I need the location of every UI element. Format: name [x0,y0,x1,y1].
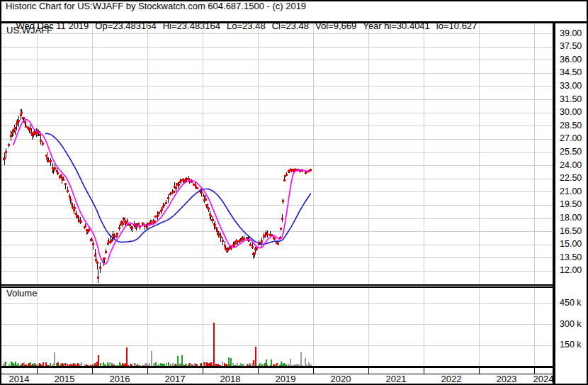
price-axis-label: 37.50 [560,42,582,51]
price-axis-label: 31.50 [560,95,582,104]
price-axis-label: 36.00 [560,55,582,65]
volume-axis-label: 150 k [560,340,582,350]
volume-axis-label: 450 k [560,298,582,308]
price-axis-label: 28.50 [560,121,582,130]
price-axis-label: 21.00 [560,187,582,196]
chart-title: Historic Chart for US:WJAFF by Stockwatc… [6,1,306,11]
price-axis-label: 33.00 [560,82,582,91]
volume-axis-label: 300 k [560,320,582,329]
price-axis-label: 25.50 [560,147,582,157]
price-axis-label: 12.00 [560,266,582,275]
price-axis-label: 34.50 [560,68,582,77]
price-axis-label: 39.00 [560,29,582,38]
price-axis-label: 19.50 [560,200,582,209]
chart-canvas [1,23,555,384]
volume-pane-label: Volume [6,289,37,298]
price-axis-label: 22.50 [560,174,582,183]
price-axis-label: 16.50 [560,227,582,236]
price-axis-label: 27.00 [560,134,582,143]
price-axis-label: 15.00 [560,240,582,249]
price-axis-label: 24.00 [560,161,582,170]
price-axis-label: 13.50 [560,253,582,262]
symbol-label: US:WJAFF [6,26,52,35]
stockwatch-chart-window: Historic Chart for US:WJAFF by Stockwatc… [0,0,588,385]
price-axis-label: 18.00 [560,213,582,223]
price-axis-label: 30.00 [560,108,582,117]
